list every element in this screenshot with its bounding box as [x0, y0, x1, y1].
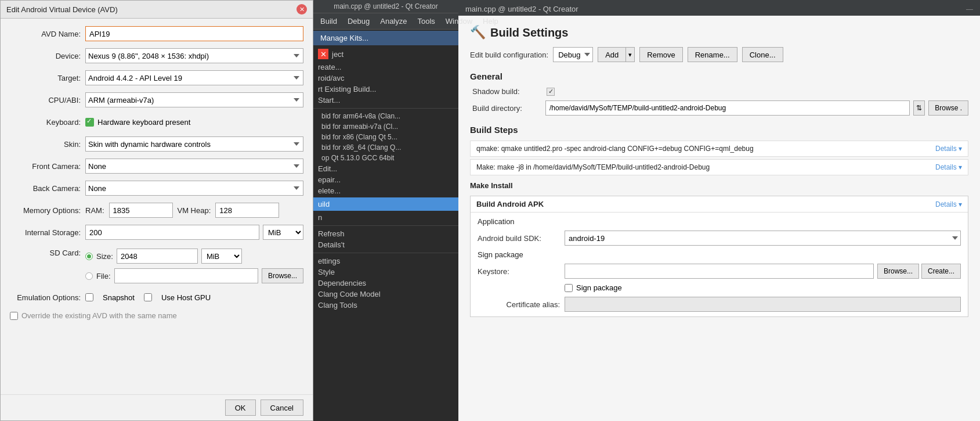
menu-build[interactable]: Build: [318, 16, 339, 27]
menu-window[interactable]: Window: [443, 16, 475, 27]
sidebar-create-item[interactable]: reate...: [313, 62, 458, 73]
sidebar-details[interactable]: Details't: [313, 239, 458, 250]
add-dropdown[interactable]: ▾: [626, 47, 635, 62]
kit-armeabi[interactable]: bid for armeabi-v7a (Cl...: [313, 121, 458, 132]
override-checkbox[interactable]: [10, 312, 18, 320]
sidebar-delete[interactable]: elete...: [313, 185, 458, 196]
avd-name-label: AVD Name:: [10, 30, 85, 38]
internal-storage-input[interactable]: [85, 225, 259, 240]
android-sdk-select[interactable]: android-19: [565, 231, 961, 246]
sdcard-unit-select[interactable]: MiB: [201, 249, 242, 264]
keystore-browse-button[interactable]: Browse...: [877, 264, 919, 279]
hammer-icon: 🔨: [470, 25, 486, 40]
menu-debug[interactable]: Debug: [345, 16, 372, 27]
skin-control: Skin with dynamic hardware controls: [85, 136, 303, 152]
keyboard-label: Keyboard:: [10, 118, 85, 127]
size-radio[interactable]: [85, 253, 93, 260]
avd-cancel-button[interactable]: Cancel: [261, 400, 303, 416]
cert-alias-input[interactable]: [565, 297, 961, 312]
device-select[interactable]: Nexus 9 (8.86", 2048 × 1536: xhdpi): [85, 48, 303, 63]
keystore-label: Keystore:: [478, 267, 565, 276]
kit-x86[interactable]: bid for x86 (Clang Qt 5...: [313, 132, 458, 142]
add-btn-group: Add ▾: [598, 47, 635, 62]
build-apk-details-link[interactable]: Details ▾: [935, 200, 962, 208]
sidebar-refresh[interactable]: Refresh: [313, 228, 458, 239]
add-button[interactable]: Add: [598, 47, 626, 62]
sidebar-existing-build[interactable]: rt Existing Build...: [313, 84, 458, 95]
sidebar-build-active[interactable]: uild: [313, 197, 458, 211]
sdcard-file-input[interactable]: [114, 268, 258, 283]
rename-button[interactable]: Rename...: [688, 47, 737, 62]
keystore-input[interactable]: [565, 264, 874, 279]
sidebar-android-avc-text: roid/avc: [318, 74, 345, 82]
device-label: Device:: [10, 52, 85, 60]
menu-help[interactable]: Help: [480, 16, 501, 27]
sidebar-close-x[interactable]: ✕: [318, 49, 328, 59]
sidebar-dependencies[interactable]: Dependencies: [313, 278, 458, 289]
snapshot-checkbox[interactable]: [85, 293, 93, 301]
sidebar-start[interactable]: Start...: [313, 95, 458, 106]
sidebar-android-avc: roid/avc: [313, 73, 458, 84]
build-dir-input[interactable]: [545, 100, 910, 116]
skin-row: Skin: Skin with dynamic hardware control…: [10, 136, 303, 152]
manage-kits-button[interactable]: Manage Kits...: [313, 31, 458, 45]
sidebar-style[interactable]: Style: [313, 267, 458, 278]
make-step-row: Make: make -j8 in /home/david/MySoft/TEM…: [470, 159, 968, 175]
shadow-build-checkbox[interactable]: ✓: [547, 88, 555, 96]
target-select[interactable]: Android 4.4.2 - API Level 19: [85, 70, 303, 85]
cpu-select[interactable]: ARM (armeabi-v7a): [85, 92, 303, 107]
sidebar-content: Manage Kits... ✕ ject reate... roid/avc …: [313, 30, 458, 421]
avd-name-input[interactable]: [85, 26, 303, 41]
sdcard-size-input[interactable]: [117, 249, 198, 264]
sidebar-build-text: uild: [318, 200, 330, 208]
sidebar-clang-code-model[interactable]: Clang Code Model: [313, 289, 458, 300]
back-camera-select[interactable]: None: [85, 181, 303, 196]
kit-arm64[interactable]: bid for arm64-v8a (Clan...: [313, 111, 458, 121]
file-radio[interactable]: [85, 272, 93, 280]
front-camera-select[interactable]: None: [85, 159, 303, 174]
skin-select[interactable]: Skin with dynamic hardware controls: [85, 136, 303, 152]
sidebar-create-label: reate...: [318, 63, 341, 71]
vm-heap-input[interactable]: [215, 203, 279, 218]
sdcard-browse-button[interactable]: Browse...: [262, 268, 303, 283]
kit-gcc64[interactable]: op Qt 5.13.0 GCC 64bit: [313, 153, 458, 163]
keyboard-checkbox[interactable]: [85, 118, 94, 127]
cpu-label: CPU/ABI:: [10, 96, 85, 105]
back-camera-control: None: [85, 181, 303, 196]
menu-tools[interactable]: Tools: [415, 16, 437, 27]
clone-button[interactable]: Clone...: [742, 47, 783, 62]
keyboard-row: Keyboard: Hardware keyboard present: [10, 114, 303, 130]
use-host-gpu-checkbox[interactable]: [144, 293, 152, 301]
android-sdk-label: Android build SDK:: [478, 234, 565, 243]
build-config-select[interactable]: Debug: [553, 47, 593, 62]
kit-x86-64[interactable]: bid for x86_64 (Clang Q...: [313, 142, 458, 153]
remove-button[interactable]: Remove: [639, 47, 682, 62]
sidebar-edit[interactable]: Edit...: [313, 163, 458, 174]
sidebar-clang-tools[interactable]: Clang Tools: [313, 300, 458, 311]
avd-close-button[interactable]: ✕: [296, 4, 307, 15]
menu-analyze[interactable]: Analyze: [378, 16, 409, 27]
sidebar-dependencies-text: Dependencies: [318, 279, 366, 287]
target-control: Android 4.4.2 - API Level 19: [85, 70, 303, 85]
config-select-group: Debug: [553, 47, 593, 62]
build-dir-browse-button[interactable]: Browse .: [928, 100, 968, 116]
sidebar-settings[interactable]: ettings: [313, 256, 458, 267]
sidebar-repair[interactable]: epair...: [313, 174, 458, 185]
sign-package-checkbox[interactable]: [565, 284, 573, 292]
qt-menu-bar: Build Debug Analyze Tools Window Help: [313, 13, 458, 29]
sdcard-label: SD Card:: [10, 249, 85, 257]
sidebar-n[interactable]: n: [313, 212, 458, 223]
file-label: File:: [96, 272, 111, 280]
avd-ok-button[interactable]: OK: [225, 400, 256, 416]
dir-icon-button[interactable]: ⇅: [913, 100, 925, 116]
build-header-right: —: [966, 5, 973, 13]
internal-storage-unit-select[interactable]: MiB: [263, 225, 303, 240]
sidebar-divider-3: [313, 253, 458, 253]
ram-input[interactable]: [109, 203, 173, 218]
keystore-row: Keystore: Browse... Create...: [478, 264, 961, 279]
keystore-create-button[interactable]: Create...: [921, 264, 961, 279]
keyboard-value: Hardware keyboard present: [97, 118, 190, 127]
qmake-details-link[interactable]: Details ▾: [935, 145, 962, 153]
make-details-link[interactable]: Details ▾: [935, 163, 962, 171]
back-camera-row: Back Camera: None: [10, 180, 303, 196]
